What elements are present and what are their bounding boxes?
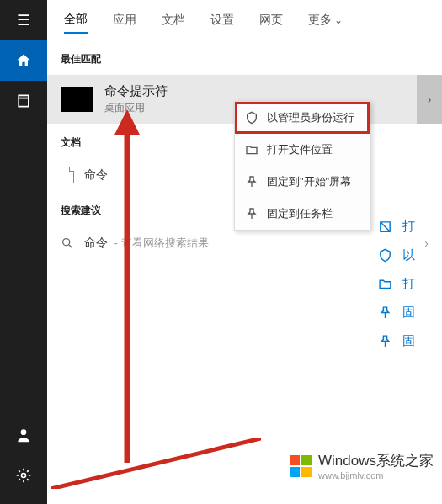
search-icon — [61, 236, 74, 250]
sidebar-home[interactable] — [0, 40, 47, 81]
right-label: 以 — [402, 247, 415, 263]
watermark-url: www.bjjmlv.com — [318, 470, 383, 480]
sidebar-top: ☰ — [0, 0, 47, 121]
admin-icon — [378, 248, 392, 263]
hamburger-icon: ☰ — [17, 11, 30, 29]
ctx-label: 以管理员身份运行 — [267, 110, 354, 125]
pin-icon — [245, 175, 258, 188]
svg-rect-4 — [301, 455, 312, 465]
svg-point-0 — [21, 429, 27, 435]
expand-chevron[interactable]: › — [417, 75, 442, 124]
folder-icon — [378, 277, 392, 291]
sidebar-account[interactable] — [0, 415, 47, 455]
tab-settings[interactable]: 设置 — [210, 13, 234, 33]
pin-icon — [245, 207, 258, 220]
ctx-run-admin[interactable]: 以管理员身份运行 — [235, 102, 370, 134]
svg-rect-6 — [301, 467, 312, 477]
ctx-label: 固定到"开始"屏幕 — [267, 174, 351, 189]
doc-label: 命令 — [84, 167, 108, 183]
admin-icon — [245, 111, 258, 125]
sidebar-bottom — [0, 415, 47, 504]
doc-icon — [61, 167, 74, 183]
right-label: 打 — [402, 276, 415, 292]
sidebar-settings[interactable] — [0, 455, 47, 496]
tab-all[interactable]: 全部 — [64, 12, 88, 34]
home-icon — [15, 52, 32, 69]
svg-point-1 — [22, 474, 26, 478]
ctx-label: 打开文件位置 — [267, 142, 333, 157]
right-item-open[interactable]: 打 — [378, 219, 415, 235]
right-item-folder[interactable]: 打 — [378, 276, 415, 292]
tab-more[interactable]: 更多 — [308, 13, 343, 33]
tabs: 全部 应用 文档 设置 网页 更多 — [47, 0, 442, 40]
sidebar: ☰ — [0, 0, 47, 504]
tab-docs[interactable]: 文档 — [162, 13, 185, 33]
recent-icon — [15, 93, 32, 109]
suggestion-text: 命令 - 查看网络搜索结果 — [84, 235, 209, 251]
ctx-open-location[interactable]: 打开文件位置 — [235, 134, 370, 166]
right-label: 固 — [402, 333, 415, 349]
best-match-header: 最佳匹配 — [47, 40, 442, 75]
cmd-icon — [61, 87, 93, 112]
svg-rect-3 — [290, 455, 300, 465]
chevron-right-icon: › — [424, 236, 429, 250]
svg-point-2 — [63, 238, 70, 245]
watermark: Windows系统之家 www.bjjmlv.com — [288, 451, 434, 480]
right-item-pin2[interactable]: 固 — [378, 333, 415, 349]
account-icon — [15, 427, 32, 443]
svg-rect-5 — [290, 467, 300, 477]
sidebar-menu[interactable]: ☰ — [0, 0, 47, 40]
right-label: 固 — [402, 305, 415, 321]
right-list: 打 以 打 固 固 — [378, 219, 415, 349]
ctx-pin-start[interactable]: 固定到"开始"屏幕 — [235, 166, 370, 198]
pin-icon — [378, 334, 392, 348]
best-match-sub: 桌面应用 — [104, 101, 168, 115]
sidebar-recent[interactable] — [0, 81, 47, 121]
open-icon — [378, 220, 392, 234]
best-match-text: 命令提示符 桌面应用 — [104, 83, 168, 115]
best-match-title: 命令提示符 — [104, 83, 168, 99]
gear-icon — [15, 467, 32, 484]
watermark-text: Windows系统之家 www.bjjmlv.com — [318, 451, 434, 480]
context-menu: 以管理员身份运行 打开文件位置 固定到"开始"屏幕 固定到任务栏 — [234, 101, 370, 231]
right-item-pin1[interactable]: 固 — [378, 305, 415, 321]
tab-apps[interactable]: 应用 — [113, 13, 136, 33]
right-label: 打 — [402, 219, 415, 235]
folder-icon — [245, 143, 258, 157]
windows-logo-icon — [288, 454, 313, 479]
right-item-admin[interactable]: 以 — [378, 247, 415, 263]
pin-icon — [378, 305, 392, 320]
ctx-label: 固定到任务栏 — [267, 206, 333, 221]
watermark-title: Windows系统之家 — [318, 451, 434, 470]
ctx-pin-taskbar[interactable]: 固定到任务栏 — [235, 198, 370, 230]
tab-web[interactable]: 网页 — [259, 13, 283, 33]
